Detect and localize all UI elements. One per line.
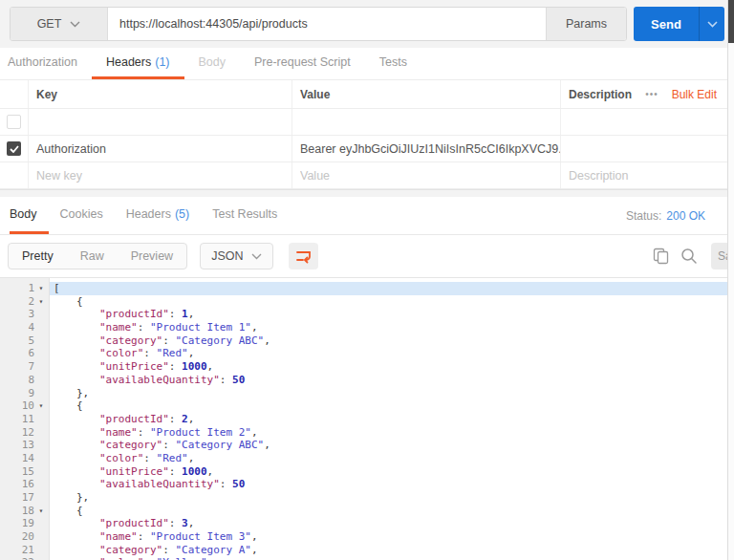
code-line: "unitPrice": 1000, xyxy=(50,465,734,479)
code-line: "color": "Red", xyxy=(50,452,734,465)
wrap-text-button[interactable] xyxy=(289,243,318,269)
response-tab-cookies[interactable]: Cookies xyxy=(49,197,115,234)
response-tab-test-results[interactable]: Test Results xyxy=(201,197,289,234)
fold-spacer xyxy=(34,360,48,374)
gutter-line: 10▾ xyxy=(0,399,49,413)
tab-body[interactable]: Body xyxy=(184,48,241,79)
method-dropdown[interactable]: GET xyxy=(11,8,108,40)
line-number: 6 xyxy=(0,347,34,360)
code-token: , xyxy=(207,360,214,373)
code-token: : xyxy=(169,308,182,320)
tab-prerequest-script[interactable]: Pre-request Script xyxy=(240,48,365,79)
code-line: }, xyxy=(50,387,734,400)
code-token: "productId" xyxy=(99,517,169,529)
request-tabs: Authorization Headers (1) Body Pre-reque… xyxy=(0,48,734,80)
code-gutter: 1▾2▾345678910▾1112131415161718▾19202122 xyxy=(0,278,50,560)
code-token: , xyxy=(251,544,258,556)
code-token: , xyxy=(207,556,214,560)
copy-icon[interactable] xyxy=(653,248,669,265)
code-line: "category": "Category A", xyxy=(50,544,734,557)
code-line: "unitPrice": 1000, xyxy=(50,360,734,374)
headers-table-header: Key Value Description ••• Bulk Edit xyxy=(0,80,734,109)
fold-toggle-icon[interactable]: ▾ xyxy=(34,399,48,413)
fold-spacer xyxy=(34,334,48,348)
code-token: , xyxy=(207,465,214,478)
params-label: Params xyxy=(566,17,607,31)
fold-toggle-icon[interactable]: ▾ xyxy=(34,505,48,518)
code-line: "productId": 1, xyxy=(50,308,734,321)
code-token: "color" xyxy=(99,452,143,464)
view-tab-pretty[interactable]: Pretty xyxy=(9,244,67,269)
search-icon[interactable] xyxy=(680,248,698,265)
code-line: "category": "Category ABC", xyxy=(50,334,734,348)
value-cell[interactable] xyxy=(292,109,561,135)
code-line: { xyxy=(50,505,734,518)
fold-toggle-icon[interactable]: ▾ xyxy=(34,282,48,295)
code-token: "productId" xyxy=(99,308,169,320)
response-toolbar: Pretty Raw Preview JSON xyxy=(0,235,734,277)
tab-authorization[interactable]: Authorization xyxy=(8,48,92,79)
tab-tests[interactable]: Tests xyxy=(365,48,421,79)
line-number: 11 xyxy=(0,413,34,426)
new-value-input[interactable] xyxy=(300,169,552,183)
code-token: 50 xyxy=(232,478,245,490)
code-line: "productId": 3, xyxy=(50,517,734,530)
code-token: : xyxy=(138,426,150,439)
code-token: "availableQuantity" xyxy=(99,374,220,386)
format-dropdown[interactable]: JSON xyxy=(200,243,273,269)
line-number: 7 xyxy=(0,360,34,374)
response-tab-headers[interactable]: Headers (5) xyxy=(115,197,202,234)
toolbar-right-icons: Save Response xyxy=(653,243,734,269)
new-key-input[interactable] xyxy=(36,169,284,183)
fold-toggle-icon[interactable]: ▾ xyxy=(34,295,48,309)
gutter-line: 5 xyxy=(0,334,49,348)
description-cell[interactable] xyxy=(561,136,734,162)
code-token: "category" xyxy=(99,439,162,451)
fold-spacer xyxy=(34,426,48,440)
code-token: , xyxy=(264,334,270,347)
fold-spacer xyxy=(34,556,48,560)
response-tabs: Body Cookies Headers (5) Test Results St… xyxy=(0,197,734,235)
row-checkbox-unchecked[interactable] xyxy=(7,115,21,129)
row-checkbox-checked[interactable] xyxy=(7,141,21,156)
code-token: , xyxy=(251,426,258,439)
send-button[interactable]: Send xyxy=(634,7,699,41)
code-token: , xyxy=(251,321,258,334)
line-number: 18 xyxy=(0,505,34,518)
format-label: JSON xyxy=(211,249,243,263)
url-group: GET Params xyxy=(10,7,627,41)
code-token: , xyxy=(188,413,195,425)
value-cell[interactable]: Bearer eyJhbGciOiJIUzI1NiIsInR5cCI6IkpXV… xyxy=(292,136,561,162)
code-token: , xyxy=(264,439,270,451)
line-number: 21 xyxy=(0,544,34,557)
new-description-input[interactable] xyxy=(569,169,726,183)
more-options-icon[interactable]: ••• xyxy=(645,89,658,99)
chevron-down-icon xyxy=(251,253,262,260)
tab-headers[interactable]: Headers (1) xyxy=(92,48,184,79)
tab-count-badge: (1) xyxy=(155,55,169,69)
line-number: 17 xyxy=(0,491,34,505)
line-number: 16 xyxy=(0,478,34,491)
response-tab-body[interactable]: Body xyxy=(10,197,49,234)
key-cell[interactable]: Authorization xyxy=(29,136,292,162)
send-options-button[interactable] xyxy=(699,7,724,41)
key-cell[interactable] xyxy=(29,109,292,135)
params-button[interactable]: Params xyxy=(546,8,626,40)
status-value[interactable]: 200 OK xyxy=(666,209,705,223)
gutter-line: 20 xyxy=(0,530,49,544)
fold-spacer xyxy=(34,308,48,321)
tab-label: Body xyxy=(10,207,37,221)
gutter-line: 7 xyxy=(0,360,49,374)
code-token: : xyxy=(162,544,175,556)
line-number: 9 xyxy=(0,387,34,400)
bulk-edit-button[interactable]: Bulk Edit xyxy=(672,88,717,101)
line-number: 15 xyxy=(0,465,34,479)
url-input[interactable] xyxy=(108,8,546,40)
tab-label: Test Results xyxy=(212,207,277,221)
view-tab-raw[interactable]: Raw xyxy=(67,244,118,269)
code-lines[interactable]: [{"productId": 1,"name": "Product Item 1… xyxy=(50,278,734,560)
view-tab-preview[interactable]: Preview xyxy=(118,244,186,269)
code-token: "Category ABC" xyxy=(175,334,264,347)
code-token: "Category ABC" xyxy=(175,439,264,451)
description-cell[interactable] xyxy=(561,109,734,135)
